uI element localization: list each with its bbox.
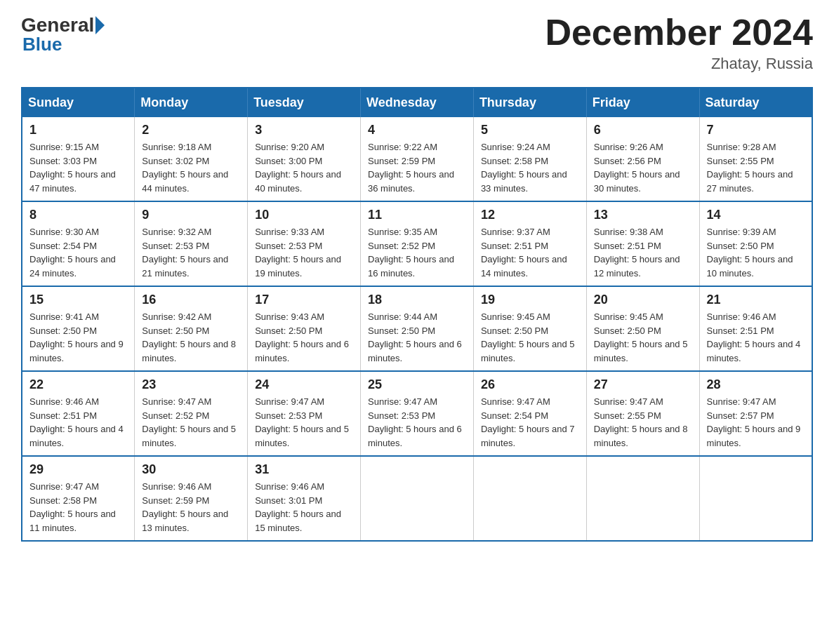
calendar-cell [699,456,812,541]
day-number: 23 [142,377,240,392]
day-info: Sunrise: 9:37 AMSunset: 2:51 PMDaylight:… [481,225,579,280]
calendar-cell: 22Sunrise: 9:46 AMSunset: 2:51 PMDayligh… [22,371,135,456]
calendar-cell: 11Sunrise: 9:35 AMSunset: 2:52 PMDayligh… [361,201,474,286]
day-info: Sunrise: 9:47 AMSunset: 2:57 PMDaylight:… [707,395,805,450]
day-info: Sunrise: 9:46 AMSunset: 2:51 PMDaylight:… [707,310,805,365]
calendar-cell: 7Sunrise: 9:28 AMSunset: 2:55 PMDaylight… [699,117,812,201]
page-header: General Blue December 2024 Zhatay, Russi… [21,14,813,73]
day-info: Sunrise: 9:46 AMSunset: 2:59 PMDaylight:… [142,480,240,535]
calendar-cell: 12Sunrise: 9:37 AMSunset: 2:51 PMDayligh… [473,201,586,286]
day-number: 25 [368,377,466,392]
day-number: 19 [481,293,579,307]
logo-arrow-icon [95,16,105,34]
calendar-cell [361,456,474,541]
calendar-week-5: 29Sunrise: 9:47 AMSunset: 2:58 PMDayligh… [22,456,812,541]
day-info: Sunrise: 9:20 AMSunset: 3:00 PMDaylight:… [255,140,353,195]
day-info: Sunrise: 9:47 AMSunset: 2:53 PMDaylight:… [368,395,466,450]
calendar-cell: 29Sunrise: 9:47 AMSunset: 2:58 PMDayligh… [22,456,135,541]
day-info: Sunrise: 9:46 AMSunset: 3:01 PMDaylight:… [255,480,353,535]
calendar-cell: 19Sunrise: 9:45 AMSunset: 2:50 PMDayligh… [473,286,586,371]
day-info: Sunrise: 9:24 AMSunset: 2:58 PMDaylight:… [481,140,579,195]
day-info: Sunrise: 9:35 AMSunset: 2:52 PMDaylight:… [368,225,466,280]
calendar-header-friday: Friday [586,88,699,117]
calendar-week-2: 8Sunrise: 9:30 AMSunset: 2:54 PMDaylight… [22,201,812,286]
day-info: Sunrise: 9:28 AMSunset: 2:55 PMDaylight:… [707,140,805,195]
day-info: Sunrise: 9:45 AMSunset: 2:50 PMDaylight:… [481,310,579,365]
calendar-cell: 27Sunrise: 9:47 AMSunset: 2:55 PMDayligh… [586,371,699,456]
day-number: 18 [368,293,466,307]
day-info: Sunrise: 9:47 AMSunset: 2:52 PMDaylight:… [142,395,240,450]
calendar-cell: 18Sunrise: 9:44 AMSunset: 2:50 PMDayligh… [361,286,474,371]
day-info: Sunrise: 9:30 AMSunset: 2:54 PMDaylight:… [29,225,127,280]
calendar-cell: 31Sunrise: 9:46 AMSunset: 3:01 PMDayligh… [248,456,361,541]
day-number: 7 [707,123,805,137]
calendar-cell: 16Sunrise: 9:42 AMSunset: 2:50 PMDayligh… [135,286,248,371]
day-info: Sunrise: 9:46 AMSunset: 2:51 PMDaylight:… [29,395,127,450]
calendar-cell: 28Sunrise: 9:47 AMSunset: 2:57 PMDayligh… [699,371,812,456]
logo: General Blue [21,14,105,55]
day-number: 13 [594,208,692,222]
day-number: 20 [594,293,692,307]
day-number: 8 [29,208,127,222]
calendar-cell: 30Sunrise: 9:46 AMSunset: 2:59 PMDayligh… [135,456,248,541]
calendar-cell: 6Sunrise: 9:26 AMSunset: 2:56 PMDaylight… [586,117,699,201]
day-info: Sunrise: 9:18 AMSunset: 3:02 PMDaylight:… [142,140,240,195]
day-info: Sunrise: 9:44 AMSunset: 2:50 PMDaylight:… [368,310,466,365]
day-number: 2 [142,123,240,137]
calendar-cell: 9Sunrise: 9:32 AMSunset: 2:53 PMDaylight… [135,201,248,286]
day-info: Sunrise: 9:41 AMSunset: 2:50 PMDaylight:… [29,310,127,365]
location-label: Zhatay, Russia [545,55,813,73]
calendar-header-saturday: Saturday [699,88,812,117]
day-info: Sunrise: 9:47 AMSunset: 2:58 PMDaylight:… [29,480,127,535]
day-info: Sunrise: 9:32 AMSunset: 2:53 PMDaylight:… [142,225,240,280]
calendar-cell: 14Sunrise: 9:39 AMSunset: 2:50 PMDayligh… [699,201,812,286]
month-title: December 2024 [545,14,813,51]
logo-blue-text: Blue [22,34,105,55]
day-info: Sunrise: 9:42 AMSunset: 2:50 PMDaylight:… [142,310,240,365]
day-info: Sunrise: 9:39 AMSunset: 2:50 PMDaylight:… [707,225,805,280]
day-info: Sunrise: 9:22 AMSunset: 2:59 PMDaylight:… [368,140,466,195]
calendar-cell [473,456,586,541]
day-number: 16 [142,293,240,307]
day-number: 30 [142,462,240,477]
day-number: 17 [255,293,353,307]
day-number: 1 [29,123,127,137]
day-info: Sunrise: 9:38 AMSunset: 2:51 PMDaylight:… [594,225,692,280]
calendar-cell [586,456,699,541]
day-info: Sunrise: 9:43 AMSunset: 2:50 PMDaylight:… [255,310,353,365]
calendar-cell: 26Sunrise: 9:47 AMSunset: 2:54 PMDayligh… [473,371,586,456]
day-number: 6 [594,123,692,137]
title-section: December 2024 Zhatay, Russia [545,14,813,73]
calendar-cell: 20Sunrise: 9:45 AMSunset: 2:50 PMDayligh… [586,286,699,371]
day-number: 15 [29,293,127,307]
day-number: 27 [594,377,692,392]
day-number: 10 [255,208,353,222]
calendar-header-tuesday: Tuesday [248,88,361,117]
calendar-week-4: 22Sunrise: 9:46 AMSunset: 2:51 PMDayligh… [22,371,812,456]
calendar-header-wednesday: Wednesday [361,88,474,117]
day-number: 22 [29,377,127,392]
day-number: 24 [255,377,353,392]
day-info: Sunrise: 9:47 AMSunset: 2:54 PMDaylight:… [481,395,579,450]
day-number: 4 [368,123,466,137]
day-number: 21 [707,293,805,307]
day-number: 14 [707,208,805,222]
calendar-table: SundayMondayTuesdayWednesdayThursdayFrid… [21,87,813,542]
day-number: 29 [29,462,127,477]
calendar-cell: 4Sunrise: 9:22 AMSunset: 2:59 PMDaylight… [361,117,474,201]
calendar-cell: 1Sunrise: 9:15 AMSunset: 3:03 PMDaylight… [22,117,135,201]
calendar-week-3: 15Sunrise: 9:41 AMSunset: 2:50 PMDayligh… [22,286,812,371]
day-info: Sunrise: 9:26 AMSunset: 2:56 PMDaylight:… [594,140,692,195]
calendar-cell: 13Sunrise: 9:38 AMSunset: 2:51 PMDayligh… [586,201,699,286]
day-info: Sunrise: 9:15 AMSunset: 3:03 PMDaylight:… [29,140,127,195]
day-number: 31 [255,462,353,477]
calendar-header-monday: Monday [135,88,248,117]
calendar-cell: 8Sunrise: 9:30 AMSunset: 2:54 PMDaylight… [22,201,135,286]
day-info: Sunrise: 9:33 AMSunset: 2:53 PMDaylight:… [255,225,353,280]
calendar-header-sunday: Sunday [22,88,135,117]
day-number: 5 [481,123,579,137]
calendar-cell: 25Sunrise: 9:47 AMSunset: 2:53 PMDayligh… [361,371,474,456]
calendar-cell: 24Sunrise: 9:47 AMSunset: 2:53 PMDayligh… [248,371,361,456]
day-number: 12 [481,208,579,222]
day-info: Sunrise: 9:47 AMSunset: 2:53 PMDaylight:… [255,395,353,450]
